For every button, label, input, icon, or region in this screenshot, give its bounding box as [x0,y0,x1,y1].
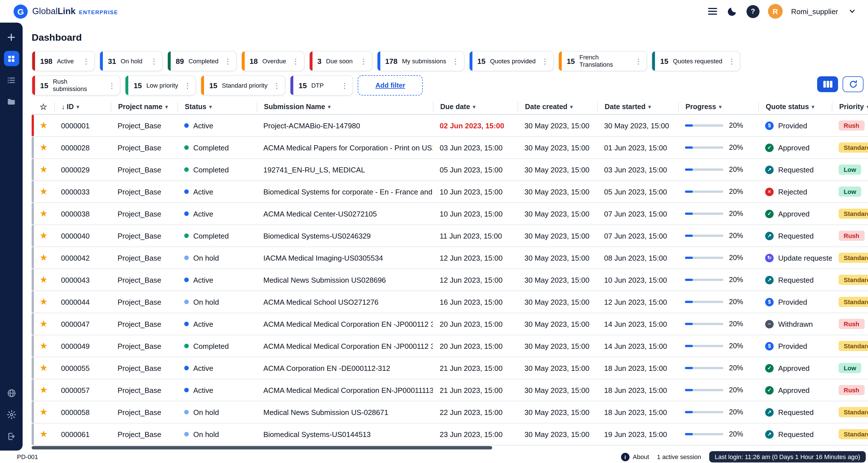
cell-submission-name[interactable]: ACMA Corporation EN -DE000112-312 [256,364,433,372]
kebab-menu-icon[interactable]: ⋮ [629,57,645,65]
table-row[interactable]: ★ 0000049 Project_Base Completed ACMA Me… [32,335,868,357]
sidebar-item-logout[interactable] [4,429,19,444]
filter-card-active[interactable]: 198 Active ⋮ [32,51,95,71]
table-row[interactable]: ★ 0000055 Project_Base Active ACMA Corpo… [32,357,868,379]
star-filled-icon[interactable]: ★ [39,165,48,174]
dark-mode-moon-icon[interactable] [727,6,738,17]
column-header-date-started[interactable]: Date started▾ [597,102,678,112]
cell-submission-name[interactable]: ACMA Medical School USO271276 [256,298,433,306]
favorite-cell[interactable]: ★ [34,275,54,284]
kebab-menu-icon[interactable]: ⋮ [286,57,302,65]
cell-submission-name[interactable]: Project-ACMABio-EN-147980 [256,121,433,130]
favorite-cell[interactable]: ★ [34,319,54,329]
star-outline-icon[interactable]: ☆ [39,102,47,112]
table-row[interactable]: ★ 0000047 Project_Base Active ACMA Medic… [32,313,868,335]
filter-card-rush-submissions[interactable]: 15 Rush submissions ⋮ [32,75,121,96]
column-header-id[interactable]: ↓ID▾ [54,102,111,112]
kebab-menu-icon[interactable]: ⋮ [354,57,369,65]
table-row[interactable]: ★ 0000042 Project_Base On hold IACMA Med… [32,247,868,269]
filter-card-standard-priority[interactable]: 15 Standard priority ⋮ [200,75,285,96]
sidebar-item-projects[interactable] [4,94,19,109]
cell-submission-name[interactable]: Biomedical Systems-US0246329 [256,232,433,240]
star-filled-icon[interactable]: ★ [39,364,48,373]
kebab-menu-icon[interactable]: ⋮ [722,57,738,65]
sidebar-item-globe[interactable] [4,385,19,401]
star-filled-icon[interactable]: ★ [39,209,48,218]
favorite-cell[interactable]: ★ [34,364,54,373]
filter-card-quotes-requested[interactable]: 15 Quotes requested ⋮ [652,51,741,71]
table-row[interactable]: ★ 0000057 Project_Base Active ACMA Medic… [32,379,868,401]
favorite-cell[interactable]: ★ [34,341,54,350]
kebab-menu-icon[interactable]: ⋮ [178,81,193,90]
table-row[interactable]: ★ 0000044 Project_Base On hold ACMA Medi… [32,291,868,313]
star-filled-icon[interactable]: ★ [39,143,48,152]
favorite-cell[interactable]: ★ [34,209,54,218]
refresh-button[interactable] [843,76,864,92]
columns-view-button[interactable] [817,76,838,92]
star-filled-icon[interactable]: ★ [39,187,48,196]
favorite-cell[interactable]: ★ [34,385,54,395]
column-header-project-name[interactable]: Project name▾ [111,102,178,112]
favorite-column-header[interactable]: ☆ [34,102,54,112]
filter-card-my-submissions[interactable]: 178 My submissions ⋮ [377,51,464,71]
kebab-menu-icon[interactable]: ⋮ [102,81,118,90]
kebab-menu-icon[interactable]: ⋮ [335,81,351,90]
cell-submission-name[interactable]: ACMA Medical Medical Corporation EN -JP0… [256,320,433,328]
scrollbar-thumb[interactable] [32,446,492,450]
table-row[interactable]: ★ 0000043 Project_Base Active Medical Ne… [32,269,868,291]
sidebar-item-dashboard[interactable] [4,51,19,66]
star-filled-icon[interactable]: ★ [39,253,48,262]
column-header-status[interactable]: Status▾ [178,102,256,112]
cell-submission-name[interactable]: ACMA Medical Medical Corporation EN-JP00… [256,386,433,394]
favorite-cell[interactable]: ★ [34,187,54,196]
sidebar-item-submissions-list[interactable] [4,72,19,88]
table-row[interactable]: ★ 0000001 Project_Base Active Project-AC… [32,115,868,137]
column-header-submission-name[interactable]: Submission Name▾ [256,102,433,112]
star-filled-icon[interactable]: ★ [39,121,48,130]
favorite-cell[interactable]: ★ [34,297,54,306]
kebab-menu-icon[interactable]: ⋮ [446,57,461,65]
filter-card-quotes-provided[interactable]: 15 Quotes provided ⋮ [469,51,554,71]
cell-submission-name[interactable]: Medical News Submission US028696 [256,276,433,284]
cell-submission-name[interactable]: ACMA Medical Medical Corporation EN -JP0… [256,342,433,350]
table-row[interactable]: ★ 0000061 Project_Base On hold Biomedica… [32,424,868,445]
chevron-down-icon[interactable] [846,6,858,17]
kebab-menu-icon[interactable]: ⋮ [268,81,283,90]
favorite-cell[interactable]: ★ [34,143,54,152]
add-filter-button[interactable]: Add filter [358,75,423,96]
kebab-menu-icon[interactable]: ⋮ [77,57,92,65]
help-icon[interactable]: ? [746,5,760,18]
table-row[interactable]: ★ 0000029 Project_Base Completed 192741_… [32,159,868,181]
cell-submission-name[interactable]: ACMA Medical Papers for Corporation - Pr… [256,143,433,152]
star-filled-icon[interactable]: ★ [39,385,48,395]
column-header-quote-status[interactable]: Quote status▾ [758,102,832,112]
menu-icon[interactable] [707,6,718,17]
about-link[interactable]: i About [621,453,649,461]
star-filled-icon[interactable]: ★ [39,319,48,329]
filter-card-completed[interactable]: 89 Completed ⋮ [167,51,237,71]
filter-card-overdue[interactable]: 18 Overdue ⋮ [241,51,304,71]
cell-submission-name[interactable]: IACMA Medical Imaging-US0305534 [256,253,433,262]
username[interactable]: Romi_supplier [791,7,838,16]
kebab-menu-icon[interactable]: ⋮ [145,57,160,65]
new-item-plus-icon[interactable] [4,29,19,45]
cell-submission-name[interactable]: 192741_EN-RU_LS, MEDICAL [256,165,433,174]
table-row[interactable]: ★ 0000058 Project_Base On hold Medical N… [32,401,868,424]
star-filled-icon[interactable]: ★ [39,430,48,439]
star-filled-icon[interactable]: ★ [39,297,48,306]
favorite-cell[interactable]: ★ [34,165,54,174]
column-header-date-created[interactable]: Date created▾ [518,102,597,112]
favorite-cell[interactable]: ★ [34,231,54,240]
cell-submission-name[interactable]: Medical News Submission US-028671 [256,408,433,416]
kebab-menu-icon[interactable]: ⋮ [218,57,234,65]
favorite-cell[interactable]: ★ [34,430,54,439]
filter-card-low-priority[interactable]: 15 Low priority ⋮ [125,75,196,96]
cell-submission-name[interactable]: Biomedical Systems for corporate - En - … [256,187,433,196]
cell-submission-name[interactable]: Biomedical Systems-US0144513 [256,430,433,438]
star-filled-icon[interactable]: ★ [39,275,48,284]
kebab-menu-icon[interactable]: ⋮ [536,57,551,65]
table-row[interactable]: ★ 0000040 Project_Base Completed Biomedi… [32,225,868,247]
filter-card-on-hold[interactable]: 31 On hold ⋮ [99,51,163,71]
filter-card-due-soon[interactable]: 3 Due soon ⋮ [309,51,372,71]
column-header-priority[interactable]: Priority▾ [832,102,868,112]
